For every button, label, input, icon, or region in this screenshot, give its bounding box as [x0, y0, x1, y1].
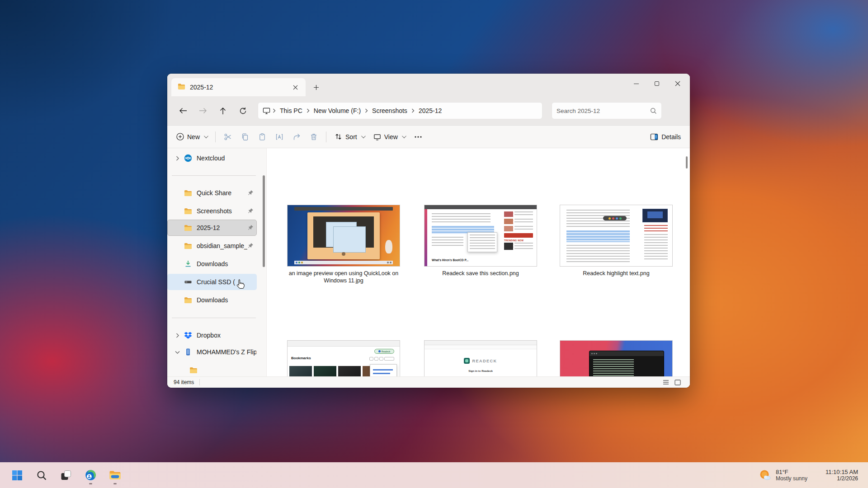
- share-button[interactable]: [288, 129, 305, 145]
- nextcloud-icon: [184, 154, 192, 162]
- item-count: 94 items: [174, 379, 194, 385]
- close-button[interactable]: [667, 74, 688, 94]
- taskbar-system-area: 81°F Mostly sunny 11:10:15 AM 1/2/2026: [758, 469, 868, 482]
- breadcrumb-2025-12[interactable]: 2025-12: [415, 105, 445, 116]
- running-indicator: [113, 483, 117, 484]
- file-item-bookmarks-page[interactable]: Readeck Bookmarks: [287, 340, 400, 376]
- search-input[interactable]: Search 2025-12: [552, 102, 662, 119]
- mouse-cursor-hand: [235, 279, 246, 292]
- sidebar-item-label: MOHAMMED's Z Flip: [197, 348, 256, 356]
- details-button[interactable]: Details: [646, 130, 685, 144]
- file-item-readeck-save-png[interactable]: What's Hiren's BootCD P... TRENDING NOW …: [424, 205, 537, 277]
- status-bar: 94 items: [167, 376, 690, 388]
- folder-icon: [178, 83, 185, 91]
- sidebar-item-label: Nextcloud: [197, 155, 256, 162]
- new-tab-button[interactable]: [309, 80, 323, 94]
- maximize-button[interactable]: [646, 74, 667, 94]
- tab-close-icon[interactable]: [289, 81, 301, 93]
- breadcrumb-screenshots[interactable]: Screenshots: [368, 105, 411, 116]
- sidebar-item-phone[interactable]: MOHAMMED's Z Flip: [167, 344, 257, 360]
- start-button[interactable]: [9, 465, 25, 485]
- thumb-signin-text: Sign in to Readeck: [425, 370, 537, 372]
- weather-condition: Mostly sunny: [776, 475, 807, 482]
- file-item-terminal-screenshot[interactable]: [560, 340, 673, 376]
- sidebar-item-label: obsidian_sample_: [197, 242, 247, 249]
- details-view-icon[interactable]: [663, 380, 669, 385]
- sidebar-item-2025-12[interactable]: 2025-12: [167, 220, 257, 236]
- file-name: Readeck highlight text.png: [560, 270, 673, 277]
- readeck-logo-icon: [464, 358, 470, 364]
- task-view-button[interactable]: [58, 465, 74, 485]
- minimize-button[interactable]: [626, 74, 646, 94]
- titlebar[interactable]: 2025-12: [167, 74, 690, 96]
- sidebar-item-obsidian-sample[interactable]: obsidian_sample_: [167, 238, 257, 254]
- file-thumbnail[interactable]: [560, 205, 673, 267]
- cut-button[interactable]: [219, 129, 236, 145]
- file-thumbnail[interactable]: READECK Sign in to Readeck: [424, 340, 537, 376]
- sidebar-item-screenshots[interactable]: Screenshots: [167, 203, 257, 219]
- content-scrollbar[interactable]: [686, 156, 688, 169]
- file-thumbnail[interactable]: Readeck Bookmarks: [287, 340, 400, 376]
- sidebar-item-quick-share[interactable]: Quick Share: [167, 185, 257, 201]
- file-thumbnail[interactable]: [560, 340, 673, 376]
- chevron-right-icon[interactable]: [173, 156, 181, 161]
- pin-icon: [247, 190, 254, 196]
- rename-button[interactable]: [271, 129, 288, 145]
- thumb-headline-text: What's Hiren's BootCD P...: [432, 258, 481, 262]
- breadcrumb-new-volume[interactable]: New Volume (F:): [310, 105, 364, 116]
- sort-button-label: Sort: [345, 133, 357, 141]
- folder-icon: [184, 242, 192, 250]
- large-thumbnails-view-icon[interactable]: [675, 380, 681, 385]
- delete-button[interactable]: [305, 129, 322, 145]
- file-item-readeck-signin-page[interactable]: READECK Sign in to Readeck: [424, 340, 537, 376]
- clock-time: 11:10:15 AM: [826, 469, 858, 475]
- weather-icon: [758, 469, 772, 482]
- copy-button[interactable]: [236, 129, 254, 145]
- sort-button[interactable]: Sort: [330, 130, 369, 144]
- up-button[interactable]: [214, 103, 231, 119]
- chevron-right-icon[interactable]: [173, 333, 181, 338]
- desktop: 2025-12: [0, 0, 868, 488]
- chevron-down-icon: [361, 134, 366, 138]
- sidebar-item-nextcloud[interactable]: Nextcloud: [167, 150, 257, 166]
- taskbar-clock[interactable]: 11:10:15 AM 1/2/2026: [826, 469, 858, 482]
- weather-widget[interactable]: 81°F Mostly sunny: [758, 469, 807, 482]
- divider: [172, 175, 256, 176]
- see-more-button[interactable]: [410, 129, 427, 145]
- command-bar: New: [167, 126, 690, 148]
- edge-browser-icon[interactable]: [82, 465, 99, 485]
- folder-icon: [184, 224, 192, 232]
- address-bar[interactable]: This PC New Volume (F:) Screenshots 2025…: [258, 102, 542, 119]
- file-item-quicklook-jpg[interactable]: an image preview open using QuickLook on…: [287, 205, 400, 284]
- search-icon: [650, 108, 657, 114]
- files-view[interactable]: an image preview open using QuickLook on…: [267, 148, 690, 376]
- thumb-bookmarks-heading: Bookmarks: [291, 356, 311, 360]
- file-thumbnail[interactable]: What's Hiren's BootCD P... TRENDING NOW: [424, 205, 537, 267]
- sidebar-item-partial[interactable]: [167, 362, 257, 376]
- breadcrumb-this-pc[interactable]: This PC: [276, 105, 306, 116]
- chevron-down-icon: [402, 134, 406, 138]
- sidebar-item-downloads[interactable]: Downloads: [167, 256, 257, 272]
- file-explorer-icon[interactable]: [107, 465, 123, 485]
- tab-current-folder[interactable]: 2025-12: [171, 78, 306, 96]
- sidebar-item-dropbox[interactable]: Dropbox: [167, 327, 257, 343]
- sidebar-item-label: Downloads: [197, 260, 256, 267]
- search-button[interactable]: [33, 465, 50, 485]
- details-button-label: Details: [661, 133, 681, 141]
- view-button[interactable]: View: [369, 130, 410, 144]
- forward-button[interactable]: [194, 103, 212, 119]
- pin-icon: [247, 208, 254, 214]
- window-controls: [626, 74, 688, 94]
- file-thumbnail[interactable]: [287, 205, 400, 267]
- refresh-button[interactable]: [234, 103, 251, 119]
- taskbar: 81°F Mostly sunny 11:10:15 AM 1/2/2026: [0, 462, 868, 488]
- file-item-readeck-highlight-png[interactable]: Readeck highlight text.png: [560, 205, 673, 277]
- sidebar-scrollbar[interactable]: [263, 175, 265, 267]
- paste-button[interactable]: [254, 129, 271, 145]
- back-button[interactable]: [175, 103, 192, 119]
- new-button[interactable]: New: [172, 130, 212, 144]
- chevron-down-icon[interactable]: [173, 351, 181, 354]
- thumb-readeck-pill-text: Readeck: [382, 350, 391, 353]
- sidebar-item-downloads-2[interactable]: Downloads: [167, 292, 257, 308]
- sidebar-item-label: Dropbox: [197, 332, 256, 339]
